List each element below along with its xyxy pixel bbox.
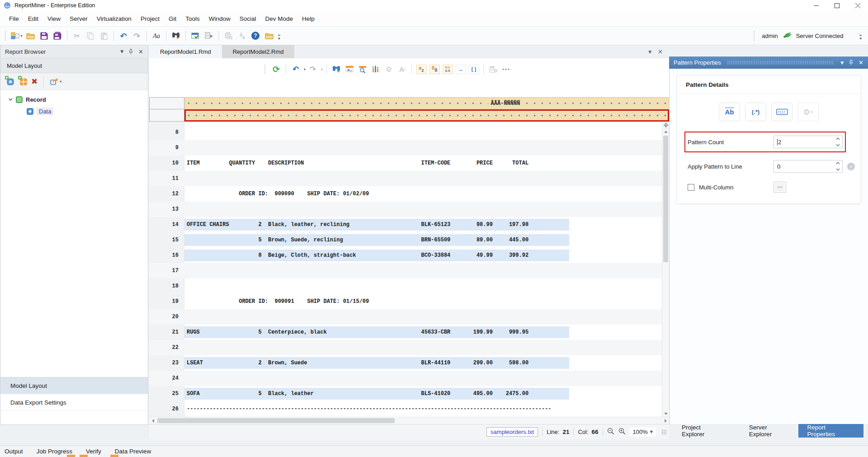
spin-up-icon[interactable] — [836, 162, 840, 165]
font-style-icon-disabled[interactable]: A∕ — [396, 63, 408, 75]
copy-icon[interactable] — [84, 29, 97, 42]
close-panel-icon[interactable]: ✕ — [138, 48, 143, 55]
nav-data-export-settings[interactable]: Data Export Settings — [0, 394, 148, 411]
document-line[interactable]: 11 — [149, 171, 662, 186]
chevron-down-icon[interactable] — [9, 98, 13, 101]
vertical-scroll-thumb[interactable] — [663, 136, 668, 262]
document-line[interactable]: 26 -------------------------------------… — [149, 401, 662, 417]
tab-report-properties[interactable]: Report Properties — [798, 424, 864, 438]
document-line[interactable]: 12 ORDER ID: 909090 SHIP DATE: 01/02/09 — [149, 186, 662, 202]
refresh-icon[interactable]: ⟳ — [270, 63, 282, 75]
add-data-region-icon[interactable] — [5, 76, 14, 87]
maximize-button[interactable] — [826, 0, 847, 11]
document-line[interactable]: 15 5 Brown, Suede, reclining BRN-65509 8… — [149, 232, 662, 248]
delete-icon[interactable]: ✖ — [31, 77, 38, 86]
pattern-strip-1[interactable]: ÃÃÃ-ÑÑÑÑÑ — [184, 97, 669, 109]
panel-menu-icon[interactable]: ▼ — [840, 61, 844, 65]
toolbar-right-overflow-icon[interactable]: ▾ — [859, 35, 862, 41]
text-pattern-button[interactable]: Ab — [719, 103, 740, 121]
tree-item-data[interactable]: Data — [0, 105, 148, 117]
document-line[interactable]: 14 OFFICE CHAIRS 2 Black, leather, recli… — [149, 217, 662, 232]
redo-icon[interactable]: ↷ — [307, 63, 319, 75]
split-view-handle-icon[interactable] — [662, 122, 669, 128]
document-line[interactable]: 19 ORDER ID: 909091 SHIP DATE: 01/15/09 — [149, 294, 662, 309]
tab-data-preview[interactable]: Data Preview — [115, 448, 151, 455]
data-node-label[interactable]: Data — [37, 108, 53, 115]
analyze-chart-icon[interactable] — [370, 63, 382, 75]
document-line[interactable]: 17 — [149, 263, 662, 278]
tab-server-explorer[interactable]: Server Explorer — [742, 424, 798, 438]
document-line[interactable]: 9 — [149, 140, 662, 155]
export-report-icon[interactable] — [203, 29, 215, 42]
redo-icon[interactable]: ↷ — [131, 29, 143, 42]
minimize-button[interactable] — [806, 0, 826, 11]
menu-help[interactable]: Help — [297, 12, 319, 25]
scroll-right-icon[interactable] — [662, 417, 669, 424]
cut-icon[interactable]: ✂ — [71, 29, 83, 42]
letters-pattern-icon[interactable]: az — [415, 63, 427, 75]
scroll-down-icon[interactable] — [662, 410, 669, 417]
tab-close-icon[interactable]: ✕ — [658, 48, 663, 55]
document-line[interactable]: 22 — [149, 340, 662, 355]
menu-view[interactable]: View — [43, 12, 65, 25]
multi-column-browse-button[interactable]: ... — [774, 182, 786, 193]
close-button[interactable] — [847, 0, 868, 11]
record-node-label[interactable]: Record — [26, 96, 46, 103]
redo-dropdown-icon[interactable]: ▾ — [321, 67, 323, 71]
horizontal-scrollbar[interactable] — [149, 417, 669, 424]
add-field-icon[interactable] — [18, 76, 28, 87]
regex-pattern-button[interactable]: (.*) — [745, 103, 766, 121]
menu-edit[interactable]: Edit — [24, 12, 43, 25]
source-file-link[interactable]: sampleorders.txt — [486, 427, 538, 437]
document-line[interactable]: 25 SOFA 5 Black, leather BLS-41020 495.0… — [149, 386, 662, 401]
multi-column-checkbox[interactable] — [688, 184, 694, 191]
whitespace-pattern-icon[interactable]: ＿ — [455, 63, 467, 75]
apply-pattern-input[interactable]: 0 — [774, 160, 843, 173]
toolbar-drag-grip[interactable] — [5, 31, 7, 41]
spin-up-icon[interactable] — [836, 137, 840, 140]
pin-icon[interactable] — [849, 60, 854, 66]
toolbar-drag-grip[interactable] — [264, 64, 266, 74]
pin-icon[interactable] — [128, 49, 133, 55]
save-icon[interactable] — [38, 29, 50, 42]
close-panel-icon[interactable]: ✕ — [859, 59, 863, 66]
paste-icon[interactable] — [98, 29, 110, 42]
numbers-pattern-icon[interactable]: 09 — [429, 63, 440, 75]
find-pattern-icon[interactable] — [330, 63, 342, 75]
verify-report-icon-disabled[interactable] — [487, 63, 499, 75]
vertical-scroll-track[interactable] — [662, 135, 669, 410]
spin-down-icon[interactable] — [836, 168, 840, 171]
import-icon-disabled[interactable] — [236, 29, 248, 42]
brackets-pattern-icon[interactable]: [ ] — [468, 63, 480, 75]
zoom-level-select[interactable]: 100%▼ — [630, 428, 656, 436]
document-line[interactable]: 20 — [149, 309, 662, 325]
document-line[interactable]: 21 RUGS 5 Centerpiece, black 45633-CBR 1… — [149, 325, 662, 340]
document-line[interactable]: 23 LSEAT 2 Brown, Suede BLR-44110 299.00… — [149, 355, 662, 371]
document-line[interactable]: 16 8 Beige, Cloth, straight-back BCO-338… — [149, 248, 662, 263]
document-line[interactable]: 13 — [149, 202, 662, 217]
pattern-ruler-row-1[interactable]: ÃÃÃ-ÑÑÑÑÑ — [149, 97, 669, 109]
open-project-folder-icon[interactable] — [263, 29, 275, 42]
document-line[interactable]: 10 ITEM QUANTITY DESCRIPTION ITEM-CODE P… — [149, 155, 662, 171]
menu-file[interactable]: File — [5, 12, 24, 25]
horizontal-scroll-thumb[interactable] — [157, 418, 395, 423]
tab-job-progress[interactable]: Job Progress — [37, 448, 73, 455]
zoom-out-icon[interactable] — [607, 428, 614, 436]
export-layout-icon[interactable]: ▾ — [50, 78, 61, 85]
open-folder-icon[interactable] — [24, 29, 37, 42]
database-export-icon-disabled[interactable] — [222, 29, 235, 42]
settings-pattern-button-disabled[interactable]: ⚙≡ — [797, 103, 819, 121]
menu-tools[interactable]: Tools — [181, 12, 204, 25]
horizontal-scroll-track[interactable] — [156, 417, 662, 424]
tab-reportmodel1[interactable]: ReportModel1.Rmd — [149, 45, 222, 58]
tab-project-explorer[interactable]: Project Explorer — [675, 424, 732, 438]
menu-git[interactable]: Git — [164, 12, 181, 25]
new-model-icon[interactable]: ▾ — [10, 29, 23, 42]
tab-verify[interactable]: Verify — [86, 448, 101, 455]
find-icon[interactable] — [170, 29, 182, 42]
scroll-up-icon[interactable] — [662, 128, 669, 135]
save-all-icon[interactable] — [51, 29, 64, 42]
scroll-left-icon[interactable] — [149, 417, 156, 424]
spin-down-icon[interactable] — [836, 144, 840, 146]
font-icon[interactable]: Aa — [150, 29, 163, 42]
